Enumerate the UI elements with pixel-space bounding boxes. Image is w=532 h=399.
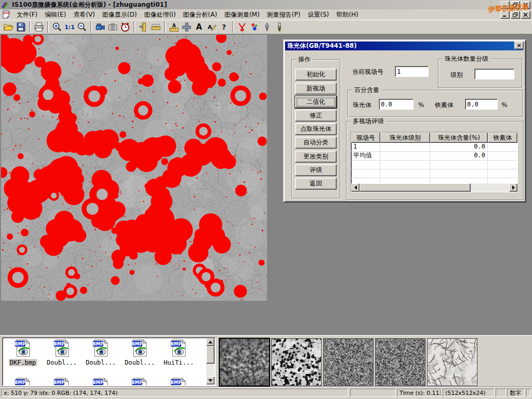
file-list[interactable]: DKF.bmp Doubl... Doubl... Doubl... HuiTi… [2, 337, 216, 386]
svg-text:?: ? [222, 23, 226, 31]
col-ferrite[interactable]: 铁素体 [488, 132, 517, 143]
brush-tool-icon[interactable] [273, 21, 286, 33]
file-item[interactable]: HuiTi... [160, 339, 197, 366]
current-field-label: 当前视场号 [352, 68, 383, 75]
file-name[interactable]: Doubl... [46, 359, 78, 366]
file-item[interactable]: DKF.bmp [4, 339, 42, 366]
table-horizontal-scrollbar[interactable] [351, 183, 517, 192]
scroll-left-icon[interactable] [351, 183, 360, 192]
file-item[interactable]: Doubl... [82, 339, 119, 366]
help-icon[interactable]: ? [218, 21, 230, 33]
menu-image-processing[interactable]: 图像处理(I) [140, 10, 179, 19]
document-icon[interactable]: DOC [2, 10, 11, 19]
binarize-button[interactable]: 二值化 [295, 96, 337, 108]
menu-settings[interactable]: 设置(S) [304, 10, 332, 19]
edit-annotation-icon[interactable]: A [205, 21, 218, 33]
file-item-partial[interactable] [82, 378, 119, 386]
pearlite-percent-input[interactable] [379, 99, 414, 110]
menu-help[interactable]: 帮助(H) [332, 10, 362, 19]
app-window: IS100显微摄像系统(金相分析版) - [zhuguangti01] 伊犁仪器… [0, 0, 532, 399]
thumbnail-3[interactable] [323, 338, 374, 386]
return-button[interactable]: 返回 [295, 178, 337, 190]
current-field-input[interactable] [395, 66, 429, 77]
bmp-file-icon [53, 339, 71, 357]
pick-pearlite-button[interactable]: 点取珠光体 [295, 123, 337, 135]
pen-tool-icon[interactable] [261, 21, 273, 33]
menu-view[interactable]: 查看(V) [70, 10, 99, 19]
caliper-icon[interactable] [137, 21, 150, 33]
file-item[interactable]: Doubl... [43, 339, 81, 366]
ruler-icon[interactable] [150, 21, 162, 33]
thumbnail-4[interactable] [375, 338, 425, 386]
scrollbar-thumb[interactable] [206, 346, 215, 364]
print-icon[interactable] [33, 21, 45, 33]
metallographic-image[interactable] [1, 35, 267, 301]
dialog-close-icon[interactable]: × [514, 42, 524, 49]
grid-measure-icon[interactable] [180, 21, 193, 33]
file-item[interactable]: Doubl... [121, 339, 158, 366]
ferrite-label: 铁素体 [435, 101, 454, 109]
auto-classify-button[interactable]: 自动分类 [295, 137, 337, 149]
cell-grade [380, 152, 430, 160]
file-name[interactable]: HuiTi... [163, 359, 195, 366]
pearlite-percent-sign: % [418, 101, 424, 109]
capture-camera-icon[interactable] [107, 21, 119, 33]
menu-file[interactable]: 文件(F) [13, 10, 41, 19]
thumbnail-5[interactable] [427, 338, 477, 386]
percent-group-label: 百分含量 [352, 86, 381, 94]
ferrite-percent-input[interactable] [465, 99, 498, 110]
table-row[interactable]: 平均值 0.0 [351, 152, 517, 161]
zoom-out-icon[interactable] [76, 21, 88, 33]
initialize-button[interactable]: 初始化 [295, 69, 337, 81]
file-item-partial[interactable] [4, 378, 42, 386]
mdi-close-button[interactable] [521, 11, 530, 19]
file-name[interactable]: Doubl... [124, 359, 156, 366]
menu-image-display[interactable]: 图像显示(D) [99, 10, 141, 19]
col-pearlite-pct[interactable]: 珠光体含量(%) [430, 132, 488, 143]
scroll-down-icon[interactable] [206, 377, 215, 384]
cell-pearlite-pct: 0.0 [430, 152, 488, 160]
change-class-button[interactable]: 更改类别 [295, 151, 337, 163]
svg-text:1:1: 1:1 [64, 24, 75, 31]
grade-label: 级别 [450, 71, 463, 78]
col-field-no[interactable]: 视场号 [351, 132, 380, 143]
thumbnail-2[interactable] [271, 338, 322, 386]
open-file-icon[interactable] [2, 21, 15, 33]
menu-image-analysis[interactable]: 图像分析(A) [179, 10, 221, 19]
rate-button[interactable]: 评级 [295, 164, 337, 176]
scroll-up-icon[interactable] [206, 338, 215, 346]
curve-tool-icon[interactable] [236, 21, 248, 33]
file-list-scrollbar[interactable] [206, 338, 215, 384]
file-name[interactable]: DKF.bmp [9, 359, 37, 366]
thumbnail-1[interactable] [219, 338, 270, 387]
col-pearlite-grade[interactable]: 珠光体级别 [380, 132, 430, 143]
menu-report[interactable]: 测量报告(P) [263, 10, 304, 19]
zoom-in-icon[interactable] [51, 21, 63, 33]
scrollbar-thumb[interactable] [360, 183, 471, 192]
menu-edit[interactable]: 编辑(E) [41, 10, 70, 19]
dialog-title-bar[interactable]: 珠光体(GB/T9441-88) [285, 42, 523, 50]
file-item-partial[interactable] [121, 378, 158, 386]
video-camera-icon[interactable] [94, 21, 107, 33]
file-item-partial[interactable] [160, 378, 197, 386]
toolbar-separator [47, 21, 49, 33]
table-header-row: 视场号 珠光体级别 珠光体含量(%) 铁素体 [351, 132, 517, 143]
new-field-button[interactable]: 新视场 [295, 83, 337, 95]
particle-analysis-icon[interactable] [248, 21, 261, 33]
menu-image-measure[interactable]: 图像测量(M) [221, 10, 263, 19]
table-row-empty [351, 169, 517, 178]
save-icon[interactable] [15, 21, 27, 33]
actual-size-icon[interactable]: 1:1 [63, 21, 76, 33]
text-annotation-icon[interactable]: A [193, 21, 205, 33]
measure-text-icon[interactable]: A [168, 21, 180, 33]
correct-button[interactable]: 修正 [295, 110, 337, 122]
file-item-partial[interactable] [43, 378, 81, 386]
timer-clock-icon[interactable] [119, 21, 131, 33]
file-name[interactable]: Doubl... [85, 359, 117, 366]
table-row[interactable]: 1 0.0 [351, 143, 517, 152]
scroll-right-icon[interactable] [509, 183, 517, 192]
mdi-client-area: 珠光体(GB/T9441-88) × 操作 初始化 新视场 二值化 修正 点取珠… [0, 34, 532, 335]
table-row-empty [351, 161, 517, 169]
grade-input[interactable] [474, 69, 514, 79]
multi-field-table[interactable]: 视场号 珠光体级别 珠光体含量(%) 铁素体 1 0.0 平均值 0.0 [351, 132, 518, 192]
